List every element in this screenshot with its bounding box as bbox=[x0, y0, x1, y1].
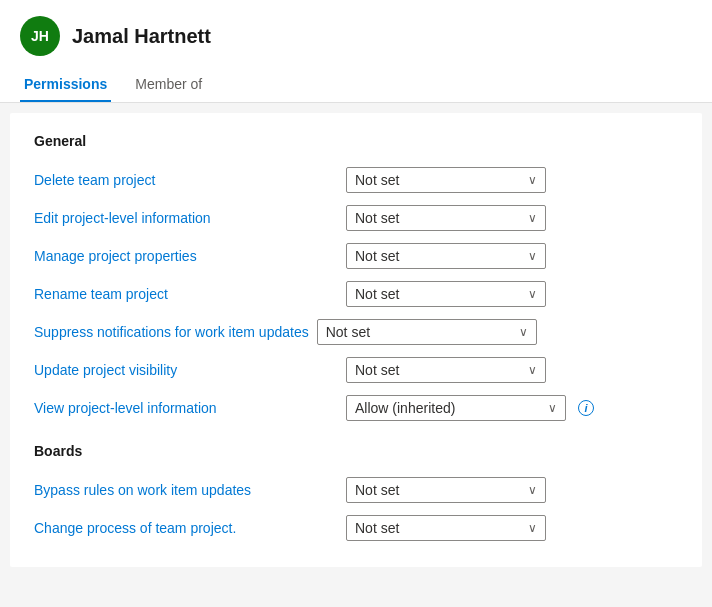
permission-label-change-process: Change process of team project. bbox=[34, 520, 334, 536]
select-value-update-visibility: Not set bbox=[355, 362, 399, 378]
permission-row-delete-team-project: Delete team project Not set ∨ bbox=[34, 161, 678, 199]
chevron-down-icon: ∨ bbox=[528, 173, 537, 187]
permission-label-rename-team-project: Rename team project bbox=[34, 286, 334, 302]
permission-row-view-project-level: View project-level information Allow (in… bbox=[34, 389, 678, 427]
tab-permissions[interactable]: Permissions bbox=[20, 68, 111, 102]
permission-select-edit-project-level[interactable]: Not set ∨ bbox=[346, 205, 546, 231]
chevron-down-icon: ∨ bbox=[528, 483, 537, 497]
page-header: JH Jamal Hartnett Permissions Member of bbox=[0, 0, 712, 103]
permission-select-bypass-rules[interactable]: Not set ∨ bbox=[346, 477, 546, 503]
select-value-view-project-level: Allow (inherited) bbox=[355, 400, 455, 416]
permission-label-manage-project: Manage project properties bbox=[34, 248, 334, 264]
permission-label-update-visibility: Update project visibility bbox=[34, 362, 334, 378]
permission-row-bypass-rules: Bypass rules on work item updates Not se… bbox=[34, 471, 678, 509]
permission-label-bypass-rules: Bypass rules on work item updates bbox=[34, 482, 334, 498]
permission-row-change-process: Change process of team project. Not set … bbox=[34, 509, 678, 547]
select-value-delete-team-project: Not set bbox=[355, 172, 399, 188]
select-value-rename-team-project: Not set bbox=[355, 286, 399, 302]
user-info: JH Jamal Hartnett bbox=[20, 16, 692, 68]
select-value-suppress-notifications: Not set bbox=[326, 324, 370, 340]
select-value-change-process: Not set bbox=[355, 520, 399, 536]
permission-select-view-project-level[interactable]: Allow (inherited) ∨ bbox=[346, 395, 566, 421]
permission-row-manage-project: Manage project properties Not set ∨ bbox=[34, 237, 678, 275]
permission-row-rename-team-project: Rename team project Not set ∨ bbox=[34, 275, 678, 313]
info-icon-view-project-level[interactable]: i bbox=[578, 400, 594, 416]
permission-label-delete-team-project: Delete team project bbox=[34, 172, 334, 188]
avatar-initials: JH bbox=[31, 28, 49, 44]
permission-select-change-process[interactable]: Not set ∨ bbox=[346, 515, 546, 541]
section-title-general: General bbox=[34, 133, 678, 149]
chevron-down-icon: ∨ bbox=[519, 325, 528, 339]
chevron-down-icon: ∨ bbox=[548, 401, 557, 415]
permission-select-suppress-notifications[interactable]: Not set ∨ bbox=[317, 319, 537, 345]
permission-select-update-visibility[interactable]: Not set ∨ bbox=[346, 357, 546, 383]
chevron-down-icon: ∨ bbox=[528, 363, 537, 377]
chevron-down-icon: ∨ bbox=[528, 287, 537, 301]
permission-label-view-project-level: View project-level information bbox=[34, 400, 334, 416]
avatar: JH bbox=[20, 16, 60, 56]
permission-row-suppress-notifications: Suppress notifications for work item upd… bbox=[34, 313, 678, 351]
tab-bar: Permissions Member of bbox=[20, 68, 692, 102]
permission-label-suppress-notifications: Suppress notifications for work item upd… bbox=[34, 324, 309, 340]
permission-row-edit-project-level: Edit project-level information Not set ∨ bbox=[34, 199, 678, 237]
section-divider-boards: Boards bbox=[34, 443, 678, 459]
permission-label-edit-project-level: Edit project-level information bbox=[34, 210, 334, 226]
permission-row-update-visibility: Update project visibility Not set ∨ bbox=[34, 351, 678, 389]
section-title-boards: Boards bbox=[34, 443, 678, 459]
chevron-down-icon: ∨ bbox=[528, 249, 537, 263]
select-value-bypass-rules: Not set bbox=[355, 482, 399, 498]
chevron-down-icon: ∨ bbox=[528, 521, 537, 535]
permission-select-rename-team-project[interactable]: Not set ∨ bbox=[346, 281, 546, 307]
permission-select-manage-project[interactable]: Not set ∨ bbox=[346, 243, 546, 269]
user-name: Jamal Hartnett bbox=[72, 25, 211, 48]
permission-select-delete-team-project[interactable]: Not set ∨ bbox=[346, 167, 546, 193]
permissions-content: General Delete team project Not set ∨ Ed… bbox=[10, 113, 702, 567]
select-value-edit-project-level: Not set bbox=[355, 210, 399, 226]
select-value-manage-project: Not set bbox=[355, 248, 399, 264]
chevron-down-icon: ∨ bbox=[528, 211, 537, 225]
tab-member-of[interactable]: Member of bbox=[131, 68, 206, 102]
